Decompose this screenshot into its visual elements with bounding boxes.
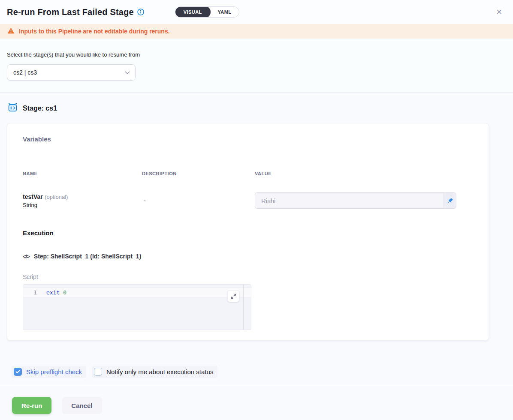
stage-select-dropdown[interactable]: cs2 | cs3	[7, 64, 136, 81]
stage-title: Stage: cs1	[23, 105, 57, 112]
step-title: Step: ShellScript_1 (Id: ShellScript_1)	[34, 253, 142, 260]
expand-editor-icon[interactable]	[227, 290, 239, 302]
variable-name-cell: testVar (optional) String	[23, 192, 142, 210]
column-header-value: VALUE	[255, 171, 473, 176]
stage-title-row: Stage: cs1	[8, 103, 506, 114]
warning-icon	[7, 27, 15, 36]
modal-header: Re-run From Last Failed Stage VISUAL YAM…	[0, 0, 513, 24]
editor-line-number: 1	[23, 289, 46, 296]
code-number: 0	[63, 289, 66, 296]
variables-heading: Variables	[23, 135, 473, 143]
ci-stage-icon	[8, 103, 18, 114]
stage-select-value: cs2 | cs3	[13, 69, 37, 76]
rerun-button[interactable]: Re-run	[12, 397, 51, 414]
variables-header-row: NAME DESCRIPTION VALUE	[23, 171, 473, 176]
notify-me-checkbox[interactable]	[94, 368, 102, 376]
script-editor[interactable]: 1 exit 0	[23, 284, 251, 330]
execution-heading: Execution	[23, 229, 473, 237]
skip-preflight-label: Skip preflight check	[26, 368, 82, 375]
run-options-row: Skip preflight check Notify only me abou…	[12, 366, 513, 378]
page-title: Re-run From Last Failed Stage	[7, 7, 134, 17]
stage-select-section: Select the stage(s) that you would like …	[0, 39, 513, 93]
rerun-pipeline-modal: Re-run From Last Failed Stage VISUAL YAM…	[0, 0, 513, 420]
pin-icon[interactable]	[444, 193, 456, 208]
column-header-name: NAME	[23, 171, 142, 176]
chevron-down-icon	[125, 69, 130, 76]
editor-line: 1 exit 0	[23, 287, 251, 297]
stage-card: Variables NAME DESCRIPTION VALUE testVar…	[7, 123, 489, 341]
variable-optional-tag: (optional)	[45, 194, 68, 200]
variable-row: testVar (optional) String -	[23, 192, 473, 210]
toggle-visual[interactable]: VISUAL	[175, 6, 211, 18]
variable-name: testVar	[23, 193, 43, 200]
script-label: Script	[23, 273, 473, 280]
modal-footer: Re-run Cancel	[0, 386, 513, 414]
cancel-button[interactable]: Cancel	[62, 397, 102, 414]
code-keyword: exit	[46, 289, 60, 296]
toggle-yaml[interactable]: YAML	[210, 6, 239, 18]
stage-section: Stage: cs1 Variables NAME DESCRIPTION VA…	[0, 103, 513, 341]
warning-banner: Inputs to this Pipeline are not editable…	[0, 24, 513, 39]
notify-me-option[interactable]: Notify only me about execution status	[92, 366, 217, 378]
skip-preflight-checkbox[interactable]	[14, 368, 22, 376]
close-icon[interactable]: ×	[494, 6, 504, 18]
variable-type: String	[23, 201, 142, 210]
variable-value-input[interactable]	[255, 193, 444, 208]
skip-preflight-option[interactable]: Skip preflight check	[12, 366, 86, 378]
code-step-icon: </>	[23, 253, 30, 260]
column-header-description: DESCRIPTION	[142, 171, 255, 176]
variable-description: -	[142, 197, 255, 204]
variable-value-field	[255, 192, 456, 209]
info-icon[interactable]	[137, 9, 144, 15]
notify-me-label: Notify only me about execution status	[106, 368, 213, 375]
warning-text: Inputs to this Pipeline are not editable…	[19, 28, 170, 35]
step-row: </> Step: ShellScript_1 (Id: ShellScript…	[23, 253, 473, 260]
stage-select-label: Select the stage(s) that you would like …	[7, 51, 506, 58]
visual-yaml-toggle: VISUAL YAML	[175, 6, 240, 18]
